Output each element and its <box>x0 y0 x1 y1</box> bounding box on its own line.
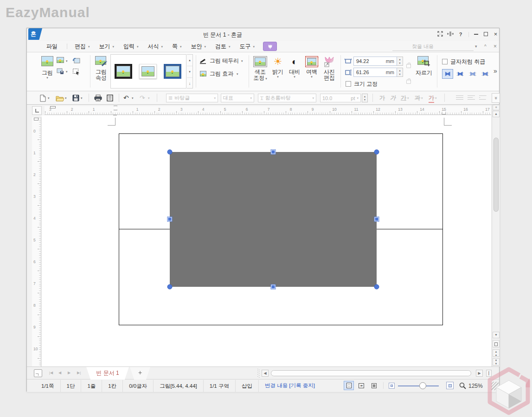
ribbon-more-button[interactable]: » <box>494 67 497 75</box>
selection-handle-top-right[interactable] <box>374 150 379 155</box>
margin-button[interactable]: 여백 ▾ <box>304 56 319 79</box>
change-tracking-status[interactable]: 변경 내용 [기록 중지] <box>259 382 321 389</box>
scroll-up-icon[interactable]: ▲ <box>493 111 500 117</box>
indent-marker[interactable] <box>114 106 118 110</box>
fix-size-checkbox[interactable]: 크기 고정 <box>346 80 378 88</box>
magnifier-icon[interactable] <box>459 382 466 389</box>
wrap-behind-text-icon[interactable] <box>467 69 478 79</box>
scrollbar-split-handle[interactable]: ≡ <box>493 105 500 110</box>
toolbar-expand-button[interactable]: » <box>492 93 500 103</box>
crop-button[interactable]: 자르기 <box>416 56 432 76</box>
next-page-icon[interactable]: ▼▼ <box>493 358 500 366</box>
align-left-icon[interactable] <box>468 95 475 101</box>
chevron-down-icon[interactable]: ▾ <box>48 96 50 100</box>
height-input[interactable]: 61.26 mm <box>353 68 397 77</box>
width-input[interactable]: 94.22 mm <box>353 57 397 66</box>
chevron-down-icon[interactable]: ▾ <box>435 96 437 100</box>
vertical-ruler[interactable]: 012345678910 <box>32 117 41 366</box>
split-window-icon[interactable] <box>447 31 455 38</box>
picture-properties-button[interactable]: 그림속성 <box>94 56 109 81</box>
picture-border-button[interactable]: 그림 테두리 <box>210 58 239 64</box>
selection-handle-bottom-right[interactable] <box>374 284 379 290</box>
scrollbar-drag-handle[interactable] <box>257 369 260 378</box>
picture-style-white-frame[interactable] <box>139 64 157 79</box>
italic-button[interactable]: 가 <box>390 94 396 102</box>
collapse-search-icon[interactable]: ^ <box>484 44 487 49</box>
new-tab-button[interactable]: + <box>130 367 150 379</box>
previous-tab-icon[interactable]: ◀ <box>58 371 61 375</box>
strikethrough-button[interactable]: 과 <box>415 94 420 102</box>
picture-style-blue-frame[interactable] <box>164 64 181 79</box>
photo-edit-button[interactable]: 사진편집 <box>322 56 337 81</box>
underline-button[interactable]: 가 <box>401 94 406 102</box>
view-page-layout-icon[interactable] <box>344 381 354 390</box>
align-justify-icon[interactable] <box>456 95 463 101</box>
selection-handle-middle-left[interactable] <box>168 217 172 221</box>
zoom-out-button[interactable] <box>389 383 395 389</box>
wrap-in-front-icon[interactable] <box>480 69 491 79</box>
chevron-down-icon[interactable]: ▾ <box>66 70 68 74</box>
last-tab-icon[interactable]: ▶| <box>77 371 81 375</box>
align-center-icon[interactable] <box>479 95 487 101</box>
zoom-slider-handle[interactable] <box>419 382 426 389</box>
scroll-right-icon[interactable]: ▶ <box>476 370 483 377</box>
close-search-icon[interactable]: × <box>494 43 497 50</box>
font-color-button[interactable]: 가 <box>429 94 434 103</box>
zoom-slider-track[interactable] <box>398 385 439 386</box>
chevron-down-icon[interactable]: ▾ <box>132 96 134 100</box>
fullscreen-icon[interactable] <box>437 31 445 38</box>
menu-item[interactable]: 편집 <box>75 43 90 51</box>
height-stepper[interactable]: ▲▼ <box>397 68 403 77</box>
new-document-icon[interactable] <box>40 94 46 102</box>
horizontal-scroll-thumb[interactable] <box>271 370 471 376</box>
menu-item[interactable]: 입력 <box>123 43 139 51</box>
picture-effect-button[interactable]: 그림 효과 <box>210 71 233 77</box>
first-tab-icon[interactable]: |◀ <box>49 371 53 375</box>
wrap-tight-icon[interactable] <box>455 69 466 79</box>
brightness-button[interactable]: ☀ 밝기 ▾ <box>271 56 285 79</box>
undo-icon[interactable]: ↶ <box>123 94 129 101</box>
chevron-down-icon[interactable]: ▾ <box>241 59 243 63</box>
chevron-down-icon[interactable]: ▾ <box>407 96 409 100</box>
selection-handle-bottom-left[interactable] <box>167 284 173 290</box>
minimize-button[interactable] <box>472 31 480 38</box>
menu-file[interactable]: 파일 <box>40 43 64 51</box>
document-tab[interactable]: 빈 문서 1 <box>86 367 129 379</box>
selection-handle-top-center[interactable] <box>271 150 276 154</box>
scroll-down-icon[interactable]: ▼ <box>493 332 500 338</box>
gallery-expand-icon[interactable]: ↓ <box>187 78 192 89</box>
document-page[interactable] <box>42 115 491 366</box>
gallery-scroll-up-icon[interactable]: ▴ <box>187 55 192 66</box>
menu-item[interactable]: 서식 <box>148 43 163 51</box>
page-view-icon[interactable] <box>493 340 500 348</box>
selection-handle-bottom-center[interactable] <box>271 285 276 289</box>
selection-handle-middle-right[interactable] <box>375 217 379 221</box>
vertical-scrollbar[interactable]: ≡ ▲ ▼ ▲▲ ▼▼ <box>492 105 500 366</box>
horizontal-ruler[interactable]: 3211234567891011121314151617 <box>45 106 491 115</box>
help-icon[interactable]: ? <box>457 31 464 38</box>
menu-item[interactable]: 검토 <box>215 43 231 51</box>
close-button[interactable]: × <box>492 31 500 38</box>
document-list-icon[interactable] <box>34 369 42 377</box>
picture-style-black-frame[interactable] <box>115 64 132 79</box>
color-tone-button[interactable]: 색조조정 ▾ <box>252 56 268 82</box>
vertical-scroll-thumb[interactable] <box>494 138 499 212</box>
zoom-level[interactable]: 125% <box>468 383 483 389</box>
chevron-down-icon[interactable]: ▾ <box>65 96 67 100</box>
horizontal-scrollbar[interactable] <box>270 370 474 377</box>
menu-item[interactable]: 보안 <box>191 43 206 51</box>
treat-as-char-checkbox[interactable]: 글자처럼 취급 <box>442 58 485 66</box>
preview-icon[interactable] <box>107 94 113 102</box>
width-stepper[interactable]: ▲▼ <box>397 57 403 66</box>
insert-picture-button[interactable]: 그림 ▾ <box>40 56 55 80</box>
search-dropdown-icon[interactable]: ▾ <box>475 44 477 49</box>
font-size-select[interactable]: 10.0 pt▾ <box>320 94 361 102</box>
next-tab-icon[interactable]: ▶ <box>68 371 71 375</box>
save-picture-icon[interactable] <box>57 68 64 75</box>
chevron-down-icon[interactable]: ▾ <box>421 96 423 100</box>
scroll-left-icon[interactable]: ◀ <box>262 370 269 377</box>
redo-icon[interactable]: ↷ <box>140 94 145 101</box>
gallery-scroll-down-icon[interactable]: ▾ <box>187 66 192 78</box>
save-icon[interactable] <box>72 94 79 102</box>
insert-picture-from-icon[interactable] <box>57 57 64 63</box>
